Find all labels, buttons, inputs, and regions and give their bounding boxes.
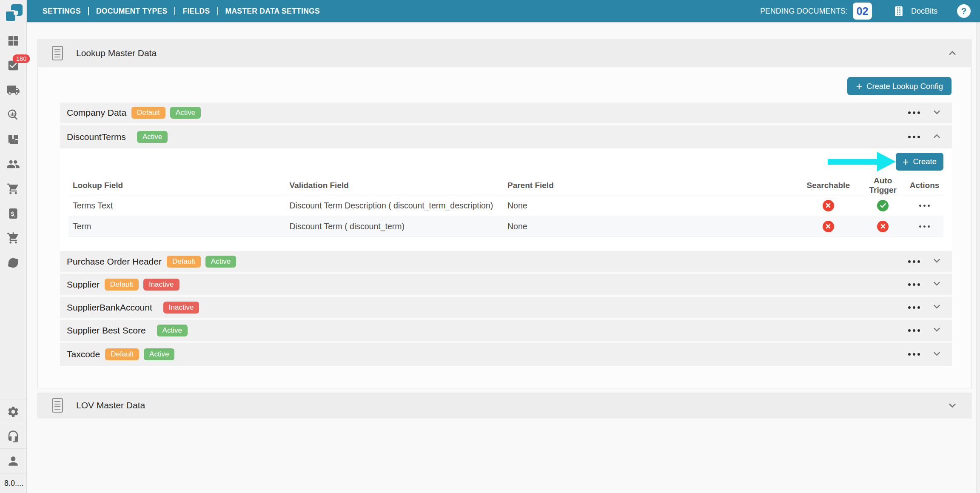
auto-trigger-no-icon <box>877 221 889 232</box>
brand-name[interactable]: DocBits <box>911 7 937 16</box>
default-badge: Default <box>105 279 139 291</box>
lookup-master-data-header[interactable]: Lookup Master Data <box>38 39 971 67</box>
annotation-arrow <box>828 152 896 171</box>
more-actions-icon[interactable] <box>907 304 921 311</box>
more-actions-icon[interactable] <box>907 351 921 358</box>
nav-divider <box>174 7 175 15</box>
col-parent-field: Parent Field <box>507 181 796 190</box>
default-badge: Default <box>131 107 165 119</box>
active-badge: Active <box>170 107 201 119</box>
invoice-icon[interactable] <box>7 207 19 220</box>
more-actions-icon[interactable] <box>907 281 921 288</box>
col-searchable: Searchable <box>796 181 860 190</box>
config-row-supplier-best-score[interactable]: Supplier Best Score Active <box>60 320 952 343</box>
config-row-purchase-order-header[interactable]: Purchase Order Header Default Active <box>60 251 952 274</box>
nav-divider <box>88 7 89 15</box>
lov-master-data-panel: LOV Master Data <box>37 393 971 418</box>
document-list-icon <box>51 45 64 61</box>
create-button[interactable]: + Create <box>896 153 943 171</box>
config-row-supplier[interactable]: Supplier Default Inactive <box>60 274 952 297</box>
col-auto-trigger: Auto Trigger <box>860 176 906 195</box>
settings-gear-icon[interactable] <box>0 399 26 424</box>
search-analytics-icon[interactable] <box>7 108 20 122</box>
col-lookup-field: Lookup Field <box>68 181 290 190</box>
app-version: 8.0.... <box>0 473 26 493</box>
expand-chevron-down-icon[interactable] <box>931 255 943 268</box>
scrollbar-track[interactable] <box>976 22 980 493</box>
more-actions-icon[interactable] <box>907 258 921 265</box>
searchable-no-icon <box>823 221 834 232</box>
shopping-cart-icon[interactable] <box>7 182 20 196</box>
config-name: Supplier <box>67 279 100 290</box>
organization-building-icon[interactable] <box>892 5 905 17</box>
nav-master-data-settings[interactable]: MASTER DATA SETTINGS <box>225 7 320 16</box>
lookup-config-list: Company Data Default Active DiscountTerm… <box>60 103 952 366</box>
nav-settings[interactable]: SETTINGS <box>43 7 81 16</box>
create-label: Create <box>913 157 937 166</box>
discountterms-expanded-panel: + Create Lookup Field Validation Field P… <box>60 148 952 251</box>
add-to-cart-icon[interactable] <box>7 231 20 245</box>
more-actions-icon[interactable] <box>907 109 921 117</box>
nav-document-types[interactable]: DOCUMENT TYPES <box>96 7 168 16</box>
expand-chevron-down-icon[interactable] <box>931 324 943 337</box>
main-content: Lookup Master Data + Create Lookup Confi… <box>27 22 980 493</box>
pending-documents-label: PENDING DOCUMENTS: <box>760 7 848 16</box>
expand-chevron-down-icon[interactable] <box>931 106 943 120</box>
config-name: Supplier Best Score <box>67 325 146 336</box>
row-actions-icon[interactable] <box>918 202 931 209</box>
config-name: DiscountTerms <box>67 132 126 142</box>
config-name: SupplierBankAccount <box>67 302 152 313</box>
active-badge: Active <box>137 131 168 143</box>
tasks-icon[interactable]: 180 <box>7 59 20 72</box>
create-lookup-config-label: Create Lookup Config <box>866 82 943 91</box>
dashboard-icon[interactable] <box>7 34 20 48</box>
config-row-company-data[interactable]: Company Data Default Active <box>60 103 952 125</box>
collapse-chevron-up-icon[interactable] <box>931 131 943 144</box>
more-actions-icon[interactable] <box>907 133 921 141</box>
lookup-panel-body: + Create Lookup Config Company Data Defa… <box>38 67 971 388</box>
expand-chevron-down-icon[interactable] <box>931 301 943 314</box>
table-header-row: Lookup Field Validation Field Parent Fie… <box>68 176 943 195</box>
col-validation-field: Validation Field <box>290 181 508 190</box>
plus-icon: + <box>856 82 862 91</box>
lov-master-data-header[interactable]: LOV Master Data <box>38 393 971 418</box>
table-row: Terms Text Discount Term Description ( d… <box>68 195 943 216</box>
config-row-discountterms[interactable]: DiscountTerms Active <box>60 125 952 148</box>
expand-chevron-down-icon[interactable] <box>931 278 943 291</box>
panel-title: Lookup Master Data <box>76 48 157 58</box>
config-name: Company Data <box>67 108 126 118</box>
expand-chevron-down-icon[interactable] <box>946 399 958 411</box>
globe-orbit-icon[interactable] <box>7 256 20 270</box>
active-badge: Active <box>144 348 174 360</box>
default-badge: Default <box>167 256 201 268</box>
table-row: Term Discount Term ( discount_term) None <box>68 216 943 237</box>
lookup-field-cell: Terms Text <box>68 201 290 211</box>
more-actions-icon[interactable] <box>907 327 921 334</box>
create-lookup-config-button[interactable]: + Create Lookup Config <box>847 77 952 95</box>
default-badge: Default <box>105 348 139 360</box>
lookup-fields-table: Lookup Field Validation Field Parent Fie… <box>68 176 943 237</box>
pending-documents-count: 02 <box>853 3 872 20</box>
profile-icon[interactable] <box>0 449 26 473</box>
help-icon[interactable]: ? <box>957 4 971 18</box>
config-row-taxcode[interactable]: Taxcode Default Active <box>60 343 952 366</box>
workflow-tree-icon[interactable] <box>7 133 20 146</box>
validation-field-cell: Discount Term ( discount_term) <box>290 222 508 231</box>
config-row-supplierbankaccount[interactable]: SupplierBankAccount Inactive <box>60 297 952 320</box>
shipping-truck-icon[interactable] <box>6 83 20 97</box>
nav-fields[interactable]: FIELDS <box>182 7 210 16</box>
expand-chevron-down-icon[interactable] <box>931 348 943 361</box>
document-list-icon <box>51 397 64 413</box>
support-headset-icon[interactable] <box>0 424 26 448</box>
row-actions-icon[interactable] <box>918 223 931 230</box>
app-logo[interactable] <box>3 3 24 23</box>
validation-field-cell: Discount Term Description ( discount_ter… <box>290 201 508 211</box>
users-icon[interactable] <box>6 157 20 171</box>
lookup-field-cell: Term <box>68 222 290 231</box>
inactive-badge: Inactive <box>143 279 179 291</box>
collapse-chevron-up-icon[interactable] <box>946 47 958 59</box>
parent-field-cell: None <box>507 201 796 211</box>
parent-field-cell: None <box>507 222 796 231</box>
inactive-badge: Inactive <box>163 302 199 313</box>
top-navigation-bar: SETTINGS DOCUMENT TYPES FIELDS MASTER DA… <box>27 0 980 22</box>
